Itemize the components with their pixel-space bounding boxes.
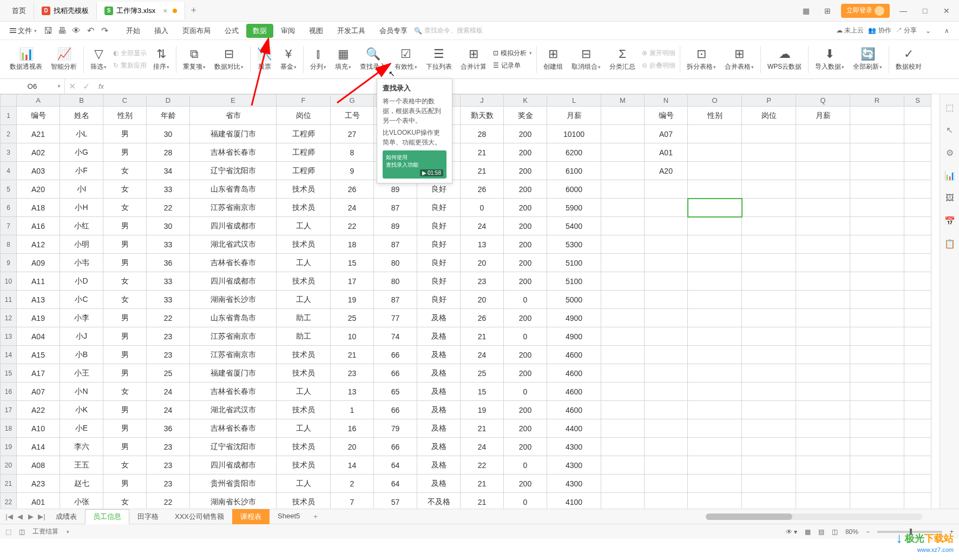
cell[interactable]: 江苏省南京市 — [190, 199, 277, 217]
cell[interactable]: 湖北省武汉市 — [190, 235, 277, 254]
cell[interactable]: 良好 — [417, 199, 461, 217]
menu-tab-4[interactable]: 数据 — [246, 24, 273, 38]
cell[interactable] — [601, 475, 645, 493]
cell[interactable]: 男 — [103, 438, 147, 456]
cell[interactable] — [742, 383, 796, 401]
cell[interactable]: 200 — [504, 364, 547, 383]
cell[interactable] — [796, 401, 850, 419]
cell[interactable]: 24 — [461, 217, 504, 235]
cell[interactable]: 200 — [504, 199, 547, 217]
command-search[interactable]: 🔍 查找命令、搜索模板 — [414, 26, 483, 35]
row-header[interactable]: 15 — [1, 364, 17, 383]
cell[interactable]: 技术员 — [277, 180, 331, 199]
status-readmode-icon[interactable]: ◫ — [19, 528, 25, 536]
cell[interactable] — [645, 235, 688, 254]
compare-button[interactable]: ⊟数据对比▾ — [210, 43, 248, 76]
cell[interactable]: 13 — [461, 235, 504, 254]
cell[interactable]: 200 — [504, 438, 547, 456]
cell[interactable]: 2 — [331, 475, 374, 493]
cell[interactable] — [688, 493, 742, 509]
cell[interactable]: 小韦 — [60, 254, 103, 272]
cell[interactable] — [796, 383, 850, 401]
cell[interactable] — [850, 162, 904, 180]
cell[interactable] — [850, 419, 904, 438]
cell[interactable]: A15 — [17, 346, 60, 364]
collapse-detail-button[interactable]: ⊖ 折叠明细 — [640, 60, 678, 71]
cell[interactable] — [904, 272, 931, 291]
cell[interactable]: 良好 — [417, 272, 461, 291]
cell[interactable] — [601, 235, 645, 254]
tab-workbook[interactable]: S工作簿3.xlsx× — [97, 2, 185, 19]
cell[interactable]: 4400 — [547, 419, 601, 438]
cell[interactable]: 23 — [147, 327, 190, 346]
cell[interactable]: 贵州省贵阳市 — [190, 475, 277, 493]
cell[interactable] — [688, 254, 742, 272]
sort-button[interactable]: ⇅排序▾ — [149, 43, 174, 76]
cell[interactable] — [796, 143, 850, 162]
confirm-formula-icon[interactable]: ✓ — [79, 80, 93, 94]
cell[interactable] — [796, 346, 850, 364]
cell[interactable] — [796, 309, 850, 327]
cell[interactable]: 14 — [331, 456, 374, 475]
cell[interactable]: 男 — [103, 327, 147, 346]
preview-icon[interactable]: 👁 — [69, 24, 83, 38]
cell[interactable]: 24 — [147, 401, 190, 419]
cell[interactable]: 4600 — [547, 364, 601, 383]
cell[interactable]: 湖南省长沙市 — [190, 291, 277, 309]
group-button[interactable]: ⊞创建组 — [539, 43, 567, 76]
cell[interactable]: 33 — [147, 180, 190, 199]
save-icon[interactable]: 🖫 — [41, 24, 55, 38]
cell[interactable] — [742, 143, 796, 162]
cell[interactable]: 助工 — [277, 327, 331, 346]
cell[interactable] — [742, 419, 796, 438]
cell[interactable]: 36 — [147, 254, 190, 272]
cell[interactable]: 小K — [60, 401, 103, 419]
cell[interactable]: 技术员 — [277, 456, 331, 475]
cell[interactable]: 技术员 — [277, 346, 331, 364]
cell[interactable]: 20 — [331, 438, 374, 456]
cell[interactable]: 小F — [60, 162, 103, 180]
cell[interactable] — [796, 254, 850, 272]
cell[interactable]: 80 — [374, 254, 417, 272]
cell[interactable] — [601, 254, 645, 272]
cell[interactable]: 技术员 — [277, 272, 331, 291]
cell[interactable]: 0 — [504, 383, 547, 401]
row-header[interactable]: 17 — [1, 401, 17, 419]
header-cell[interactable]: 岗位 — [277, 107, 331, 125]
view-layout-icon[interactable]: ◫ — [832, 528, 838, 536]
cell[interactable] — [904, 364, 931, 383]
cell[interactable]: 10 — [331, 327, 374, 346]
cell[interactable]: 24 — [461, 438, 504, 456]
cell[interactable] — [796, 180, 850, 199]
menu-tab-6[interactable]: 视图 — [303, 24, 330, 38]
cell[interactable]: 21 — [461, 419, 504, 438]
cell[interactable] — [904, 235, 931, 254]
cell[interactable]: 23 — [331, 364, 374, 383]
cell[interactable]: 30 — [147, 125, 190, 143]
cell[interactable] — [796, 493, 850, 509]
cell[interactable]: 及格 — [417, 327, 461, 346]
cell[interactable]: 26 — [461, 309, 504, 327]
fx-button[interactable]: fx — [93, 82, 109, 90]
cell[interactable]: 赵七 — [60, 475, 103, 493]
cell[interactable]: A16 — [17, 217, 60, 235]
sheet-tab[interactable]: 田字格 — [129, 509, 167, 524]
cell[interactable]: A10 — [17, 419, 60, 438]
cell[interactable]: A08 — [17, 456, 60, 475]
cell[interactable]: 不及格 — [417, 493, 461, 509]
cell[interactable]: 66 — [374, 364, 417, 383]
col-header[interactable]: A — [17, 95, 60, 107]
cell[interactable]: 吉林省长春市 — [190, 143, 277, 162]
cell[interactable] — [850, 438, 904, 456]
row-header[interactable]: 2 — [1, 125, 17, 143]
cell[interactable]: 男 — [103, 125, 147, 143]
cell[interactable]: 福建省厦门市 — [190, 364, 277, 383]
sheet-tab[interactable]: 员工信息 — [85, 509, 129, 524]
view-eye-icon[interactable]: 👁 ▾ — [786, 528, 797, 536]
record-form-button[interactable]: ☰ 记录单 — [491, 60, 534, 71]
cell[interactable]: 良好 — [417, 217, 461, 235]
cell[interactable]: 小H — [60, 199, 103, 217]
cell[interactable] — [645, 346, 688, 364]
cell[interactable]: 技术员 — [277, 493, 331, 509]
cell[interactable]: 25 — [147, 364, 190, 383]
